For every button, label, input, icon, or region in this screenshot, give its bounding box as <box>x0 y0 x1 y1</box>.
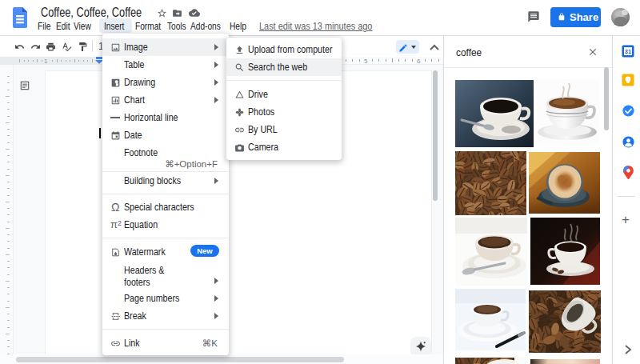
svg-text:31: 31 <box>625 48 631 55</box>
